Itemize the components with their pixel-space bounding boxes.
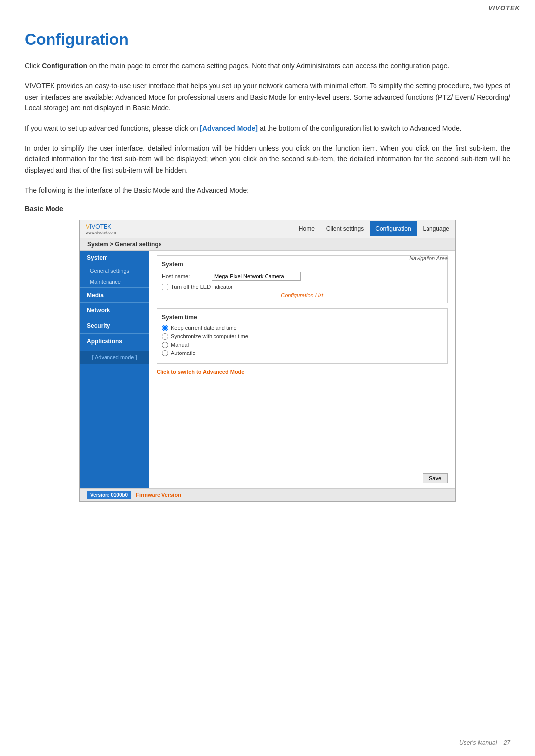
system-time-section: System time Keep current date and time S… [157,308,448,364]
main-content: Configuration Click Configuration on the… [0,15,535,531]
sidebar-item-maintenance[interactable]: Maintenance [80,276,149,287]
sidebar-item-security[interactable]: Security [80,318,149,333]
sidebar-item-applications[interactable]: Applications [80,334,149,349]
sidebar-item-system[interactable]: System [80,251,149,265]
screenshot-body: System General settings Maintenance Medi… [80,251,455,488]
nav-home[interactable]: Home [293,221,321,236]
sidebar: System General settings Maintenance Medi… [80,251,149,488]
page-footer: User's Manual – 27 [459,739,510,746]
logo: VIVOTEK www.vivotek.com [80,220,122,238]
host-name-row: Host name: [162,272,442,281]
p1-bold: Configuration [42,62,87,70]
radio-sync-computer: Synchronize with computer time [162,333,442,340]
radio-automatic-label: Automatic [171,350,195,356]
logo-v: V [86,223,90,230]
ui-screenshot: VIVOTEK www.vivotek.com Home Client sett… [79,220,456,502]
main-panel: Navigation Area System Host name: Turn o… [149,251,455,488]
radio-keep-label: Keep current date and time [171,325,237,331]
save-button[interactable]: Save [423,473,448,483]
paragraph-5: The following is the interface of the Ba… [25,185,510,196]
paragraph-2: VIVOTEK provides an easy-to-use user int… [25,80,510,113]
firmware-label: Firmware Version [136,492,181,498]
radio-manual-input[interactable] [162,342,168,348]
radio-automatic-input[interactable] [162,350,168,356]
host-name-input[interactable] [212,272,301,281]
sidebar-item-general-settings[interactable]: General settings [80,265,149,276]
sidebar-item-network[interactable]: Network [80,303,149,318]
radio-manual-label: Manual [171,342,189,348]
logo-sub: www.vivotek.com [86,230,116,235]
brand-label: VIVOTEK [488,4,520,12]
system-section-title: System [162,261,442,268]
nav-language[interactable]: Language [417,221,455,236]
nav-area-label: Navigation Area [409,255,448,261]
sidebar-item-media[interactable]: Media [80,288,149,302]
radio-automatic: Automatic [162,350,442,356]
advanced-mode-switch-link[interactable]: Click to switch to Advanced Mode [157,369,448,375]
paragraph-4: In order to simplify the user interface,… [25,143,510,176]
radio-manual: Manual [162,342,442,348]
radio-keep-current: Keep current date and time [162,325,442,331]
led-checkbox-row: Turn off the LED indicator [162,284,442,290]
firmware-bar: Version: 0100b0 Firmware Version [80,488,455,501]
nav-configuration[interactable]: Configuration [370,221,417,236]
system-time-title: System time [162,314,442,321]
basic-mode-label: Basic Mode [25,205,510,213]
led-label: Turn off the LED indicator [171,284,233,290]
breadcrumb: System > General settings [80,238,455,251]
host-name-label: Host name: [162,273,212,279]
logo-ivotek: IVOTEK [90,223,111,230]
nav-items: Home Client settings Configuration Langu… [293,221,455,236]
sidebar-item-advanced-mode[interactable]: [ Advanced mode ] [80,351,149,364]
radio-sync-input[interactable] [162,333,168,340]
paragraph-1: Click Configuration on the main page to … [25,60,510,71]
radio-keep-input[interactable] [162,325,168,331]
firmware-version-badge: Version: 0100b0 [87,491,131,499]
config-list-label: Configuration List [162,292,442,298]
top-bar: VIVOTEK [0,0,535,15]
p3-prefix: If you want to set up advanced functions… [25,124,198,132]
nav-client-settings[interactable]: Client settings [321,221,370,236]
led-checkbox[interactable] [162,284,168,290]
page-title: Configuration [25,30,510,49]
system-config-section: System Host name: Turn off the LED indic… [157,255,448,303]
paragraph-3: If you want to set up advanced functions… [25,123,510,134]
radio-sync-label: Synchronize with computer time [171,333,248,339]
p3-suffix: at the bottom of the configuration list … [260,124,462,132]
advanced-mode-link-text[interactable]: [Advanced Mode] [200,124,258,132]
nav-bar: VIVOTEK www.vivotek.com Home Client sett… [80,220,455,238]
